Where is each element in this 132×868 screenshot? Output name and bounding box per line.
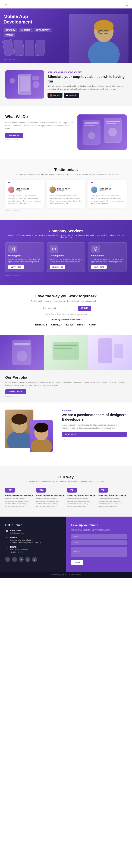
hero-tag-strategy: Strategy — [3, 28, 17, 32]
google-play-label: Google Play — [69, 94, 77, 96]
youtube-icon[interactable]: yt — [25, 557, 30, 562]
about-images — [5, 409, 58, 459]
about-label: ABOUT US — [61, 409, 127, 411]
svg-rect-13 — [85, 122, 98, 124]
svg-point-0 — [88, 40, 120, 63]
about-section: ABOUT US We are a passionate team of des… — [0, 402, 132, 466]
google-play-button[interactable]: ▶ Google Play — [64, 93, 79, 98]
cta-area: Submit — [5, 306, 127, 311]
hero-section: Mobile App Development Strategy UX Desig… — [0, 8, 132, 63]
social-icons: f in tw yt ig — [5, 557, 61, 562]
about-image-secondary — [30, 420, 53, 452]
send-button[interactable]: SEND — [71, 560, 83, 565]
footer-bottom: © 2023 Company Name. All rights reserved… — [0, 572, 132, 578]
svg-point-27 — [17, 351, 27, 361]
timeline-title-3: Producing operational change — [98, 494, 127, 496]
timeline-text-3: Producing operational change management … — [98, 497, 127, 508]
svg-rect-31 — [98, 338, 113, 363]
person-info-1: Frank Kinney Developer — [49, 186, 82, 193]
app-store-label: App Store — [53, 94, 60, 96]
stimulate-label: STIMULATE YOUR COGNITIVE ABILITIES — [47, 71, 127, 73]
timeline-text-2: Producing operational change management … — [68, 497, 96, 508]
svg-point-2 — [94, 20, 114, 32]
svg-rect-14 — [85, 125, 95, 126]
portfolio-img-1 — [0, 335, 44, 370]
footer-contact-title: Get in Touch — [5, 524, 61, 527]
logo: logo — [3, 3, 8, 5]
timeline-item-2: 2021 Producing operational change Produc… — [68, 488, 96, 508]
testimonial-card-0: " Cida Kimonds Designer Lorem ipsum dolo… — [5, 180, 44, 208]
portfolio-section: Our Portfolio Ut enim ad minim veniam qu… — [0, 335, 132, 402]
about-title: We are a passionate team of designers & … — [61, 412, 127, 422]
svg-line-21 — [53, 248, 54, 250]
brand-name-input[interactable] — [71, 534, 127, 539]
our-way-title: Our way — [5, 475, 127, 479]
office-icon: 📍 — [5, 536, 8, 539]
service-desc-1: Sample text. Click to select the text bo… — [50, 258, 82, 263]
footer: Get in Touch 💬 CHAT TO US hello@company.… — [0, 517, 132, 578]
timeline-title-2: Producing operational change — [68, 494, 96, 496]
service-btn-0[interactable]: LEARN MORE — [8, 265, 24, 269]
service-btn-2[interactable]: LEARN MORE — [91, 265, 107, 269]
hero-tag-uxdesign: UX Design — [19, 28, 33, 32]
twitter-icon[interactable]: tw — [19, 557, 24, 562]
portfolio-title: Our Portfolio — [5, 375, 127, 379]
submit-button[interactable]: Submit — [78, 306, 91, 311]
stimulate-text: STIMULATE YOUR COGNITIVE ABILITIES Stimu… — [47, 71, 127, 98]
testimonial-text-0: Lorem ipsum dolor sit amet consectetur a… — [8, 195, 41, 205]
facebook-icon[interactable]: f — [5, 557, 10, 562]
portfolio-svg-1 — [0, 335, 44, 370]
phone-label: PHONE — [10, 546, 28, 548]
hero-tag-development: Development — [34, 28, 52, 32]
svg-point-38 — [34, 423, 48, 433]
stimulate-visual — [5, 70, 44, 98]
footer-contact: Get in Touch 💬 CHAT TO US hello@company.… — [0, 517, 66, 572]
stimulate-title: Stimulate your cognitive abilities while… — [47, 74, 127, 84]
svg-point-20 — [12, 248, 13, 250]
year-badge-1: 2020 — [36, 488, 46, 493]
service-icon-1 — [50, 246, 58, 252]
development-svg — [51, 246, 57, 252]
service-icon-0 — [8, 246, 17, 252]
service-btn-1[interactable]: LEARN MORE — [50, 265, 65, 269]
chat-label: CHAT TO US — [10, 530, 25, 532]
linkedin-icon[interactable]: in — [12, 557, 17, 562]
navigation: logo ☰ — [0, 0, 132, 8]
about-person-2-svg — [30, 420, 53, 452]
phone-number[interactable]: +1 (555) 000-0000 — [10, 551, 28, 553]
about-image-main — [5, 409, 34, 448]
hamburger-menu[interactable]: ☰ — [125, 2, 129, 6]
phone-mockup-3 — [25, 40, 34, 56]
what-we-do-description: Ut enim ad minim veniam, quis nostrud ex… — [5, 121, 73, 130]
about-image-credit: Image from Unsplash — [61, 438, 127, 440]
instagram-icon[interactable]: ig — [32, 557, 37, 562]
person-svg — [69, 14, 129, 63]
portfolio-content: Our Portfolio Ut enim ad minim veniam qu… — [0, 370, 132, 402]
portfolio-image-credit: Images from Unsplash — [5, 396, 127, 397]
brand-logos: BINANCE CROLLA EVJA TESLA SONY — [5, 323, 127, 326]
year-badge-2: 2021 — [68, 488, 77, 493]
brand-email-input[interactable] — [71, 540, 127, 545]
person-info-0: Cida Kimonds Designer — [8, 186, 41, 193]
about-read-more[interactable]: READ MORE — [61, 432, 127, 437]
testimonials-subtitle: Lorem ipsum dolor sit amet, consectetur … — [5, 174, 127, 175]
testimonial-text-1: Lorem ipsum dolor sit amet consectetur a… — [49, 195, 82, 205]
svg-point-9 — [33, 81, 40, 88]
hero-tags: Strategy UX Design Development Testing — [3, 28, 53, 37]
portfolio-button[interactable]: BROWSE MORE — [5, 390, 26, 394]
email-input[interactable] — [41, 306, 76, 311]
office-label: OFFICE — [10, 536, 41, 538]
phone-mockup-4 — [35, 39, 46, 56]
what-we-do-read-more[interactable]: READ MORE — [5, 133, 23, 138]
brand-message-input[interactable] — [71, 547, 127, 557]
hero-phones — [3, 40, 53, 58]
hero-text: Mobile App Development Strategy UX Desig… — [3, 14, 53, 63]
love-way-subtitle: Facilisis a pellentesque sit amet pretiu… — [5, 300, 127, 302]
app-store-button[interactable]: 🍎 App Store — [47, 93, 62, 98]
testimonials-image-credit: Image from Unsplash — [5, 210, 127, 211]
phone-icon: 📞 — [5, 546, 8, 549]
footer-copyright: © 2023 Company Name. All rights reserved… — [50, 574, 82, 576]
services-image-credit: Image from Unsplash — [5, 275, 127, 276]
chat-value[interactable]: hello@company.com — [10, 532, 25, 534]
office-address: 100 Smith Street Collingwood VIC 3066 AU — [10, 541, 41, 544]
